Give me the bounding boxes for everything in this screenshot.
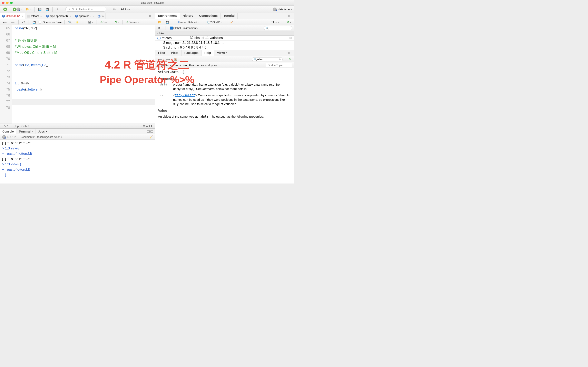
- help-arg-dots: ... <tidy-select> One or more unquoted e…: [158, 93, 291, 106]
- env-item-expand: $ mpg : num 21 21 22.8 21.4 18.7 18.1 …: [155, 41, 294, 45]
- r-logo-icon: [2, 135, 6, 139]
- tutorial-tab[interactable]: Tutorial: [221, 13, 238, 19]
- viewer-tab[interactable]: Viewer: [214, 50, 230, 56]
- save-button[interactable]: 💾: [37, 7, 43, 11]
- maximize-window-icon[interactable]: [10, 2, 13, 4]
- source-on-save-checkbox[interactable]: [39, 21, 41, 24]
- project-icon: [273, 8, 277, 11]
- env-data: Data ◯ mtcars 32 obs. of 11 variables ⊞ …: [155, 31, 294, 50]
- rerun-button[interactable]: ↷: [114, 20, 120, 24]
- console-tab[interactable]: Console: [0, 129, 16, 134]
- close-tab-icon[interactable]: ×: [93, 15, 94, 17]
- console-tabs: Console Terminal× Jobs×: [0, 129, 155, 134]
- environment-tab[interactable]: Environment: [155, 13, 180, 19]
- minimize-window-icon[interactable]: [6, 2, 9, 4]
- close-tab-icon[interactable]: ×: [40, 15, 42, 17]
- help-value-heading: Value: [158, 108, 291, 113]
- pane-controls[interactable]: [145, 129, 155, 134]
- editor-tab-operator[interactable]: Roperator.R×: [73, 13, 96, 19]
- save-button[interactable]: 💾: [31, 20, 37, 24]
- editor-tab-more[interactable]: R≫: [96, 13, 106, 19]
- cursor-position: 77:1: [2, 124, 10, 128]
- window-title: data type - RStudio: [13, 1, 292, 4]
- help-forward-button[interactable]: ⟹: [165, 57, 171, 61]
- find-in-topic-input[interactable]: [266, 63, 292, 67]
- print-button[interactable]: 🖨: [55, 7, 60, 11]
- notebook-button[interactable]: 📓: [87, 20, 94, 24]
- help-home-button[interactable]: 🏠: [173, 57, 178, 61]
- pane-controls[interactable]: [284, 50, 294, 56]
- editor-statusbar: 77:1 (Top Level) ⇕ R Script ⇕: [0, 124, 155, 128]
- save-workspace-button[interactable]: 💾: [164, 20, 170, 24]
- connections-tab[interactable]: Connections: [196, 13, 221, 19]
- close-tab-icon[interactable]: ×: [21, 15, 23, 17]
- wand-button[interactable]: ✨: [74, 20, 82, 24]
- project-selector[interactable]: data type ▾: [273, 8, 292, 11]
- refresh-button[interactable]: ⟳: [286, 20, 292, 24]
- view-data-icon[interactable]: ⊞: [289, 36, 292, 40]
- find-button[interactable]: 🔍: [67, 20, 73, 24]
- env-scope-toolbar: R 🟦 Global Environment 🔍: [155, 25, 294, 31]
- jobs-tab[interactable]: Jobs×: [36, 129, 50, 134]
- env-search-input[interactable]: 🔍: [264, 26, 292, 30]
- help-usage: select(.data, ...): [158, 70, 291, 74]
- view-mode-button[interactable]: ☰ List: [269, 20, 280, 24]
- pane-controls[interactable]: [284, 13, 294, 19]
- console-header: R 4.1.2 · ~/Documents/R teaching/data ty…: [0, 134, 155, 140]
- main-toolbar: + + 📂 💾 💾 🖨 ↗Go to file/function ⊞ Addin…: [0, 6, 294, 13]
- file-type-selector[interactable]: R Script ⇕: [140, 125, 153, 128]
- titlebar: data type - RStudio: [0, 0, 294, 6]
- back-button[interactable]: ⟸: [2, 20, 8, 24]
- clear-env-icon[interactable]: 🧹: [229, 20, 234, 24]
- grid-view-button[interactable]: ⊞: [111, 7, 118, 11]
- env-item-expand: $ cyl : num 6 6 4 6 8 6 8 4 4 6 …: [155, 45, 294, 50]
- goto-file-input[interactable]: ↗Go to file/function: [65, 7, 106, 12]
- tidy-select-link[interactable]: tidy-select: [175, 93, 195, 97]
- help-arg-data: .data A data frame, data frame extension…: [158, 82, 291, 91]
- help-topic-title[interactable]: R: Subset columns using their names and …: [157, 64, 217, 67]
- close-tab-icon[interactable]: ×: [69, 15, 71, 17]
- help-topic-bar: R: Subset columns using their names and …: [155, 62, 294, 68]
- close-window-icon[interactable]: [2, 2, 4, 4]
- editor-tab-untitled[interactable]: RUntitled1.R*×: [0, 13, 25, 19]
- terminal-tab[interactable]: Terminal×: [16, 129, 36, 134]
- help-toolbar: ⟸ ⟹ 🏠 🔍 select⊗ ⟳: [155, 56, 294, 62]
- memory-indicator[interactable]: 🕐 299 MiB: [206, 20, 223, 24]
- env-toolbar: 📂 💾 ⊞ Import Dataset 🕐 299 MiB 🧹 ☰ List …: [155, 19, 294, 25]
- clear-console-icon[interactable]: 🧹: [150, 135, 153, 138]
- scope-selector[interactable]: (Top Level) ⇕: [12, 124, 31, 128]
- packages-tab[interactable]: Packages: [182, 50, 201, 56]
- plots-tab[interactable]: Plots: [168, 50, 182, 56]
- console-output[interactable]: [1] "1 a" "2 b" "3 c"> 1:3 %>%+ paste(.,…: [0, 140, 155, 184]
- editor-tab-pipe[interactable]: Rpipe operator.R×: [44, 13, 73, 19]
- environment-scope[interactable]: 🟦 Global Environment: [169, 26, 199, 30]
- help-tab[interactable]: Help: [201, 50, 214, 56]
- r-logo-icon: [16, 8, 20, 11]
- env-tabs: Environment History Connections Tutorial: [155, 13, 294, 19]
- new-file-button[interactable]: +: [2, 7, 10, 12]
- history-tab[interactable]: History: [180, 13, 196, 19]
- env-item-mtcars[interactable]: ◯ mtcars 32 obs. of 11 variables ⊞: [155, 36, 294, 41]
- code-editor[interactable]: 6566676869707172737475767778 paste("A", …: [0, 25, 155, 124]
- new-project-button[interactable]: +: [11, 7, 23, 12]
- import-dataset-button[interactable]: ⊞ Import Dataset: [176, 20, 200, 24]
- help-back-button[interactable]: ⟸: [157, 57, 163, 61]
- help-arguments-heading: Arguments: [158, 76, 291, 81]
- save-all-button[interactable]: 💾: [44, 7, 50, 11]
- editor-tab-mtcars[interactable]: mtcars×: [25, 13, 44, 19]
- popout-icon[interactable]: ⤴: [61, 135, 62, 138]
- files-tab[interactable]: Files: [155, 50, 168, 56]
- load-workspace-button[interactable]: 📂: [157, 20, 163, 24]
- help-search-input[interactable]: 🔍 select⊗: [252, 57, 283, 61]
- source-on-save-label: Source on Save: [43, 21, 62, 24]
- run-button[interactable]: ➔Run: [99, 20, 109, 24]
- addins-button[interactable]: Addins: [119, 7, 131, 11]
- help-refresh-button[interactable]: ⟳: [288, 57, 292, 61]
- show-in-new-window-button[interactable]: 🗗: [21, 20, 26, 24]
- language-selector[interactable]: R: [157, 26, 163, 30]
- forward-button[interactable]: ⟹: [9, 20, 16, 24]
- source-button[interactable]: ➔Source: [125, 20, 140, 24]
- open-file-button[interactable]: 📂: [25, 7, 32, 11]
- env-section-data: Data: [155, 31, 294, 36]
- pane-controls[interactable]: [145, 13, 155, 19]
